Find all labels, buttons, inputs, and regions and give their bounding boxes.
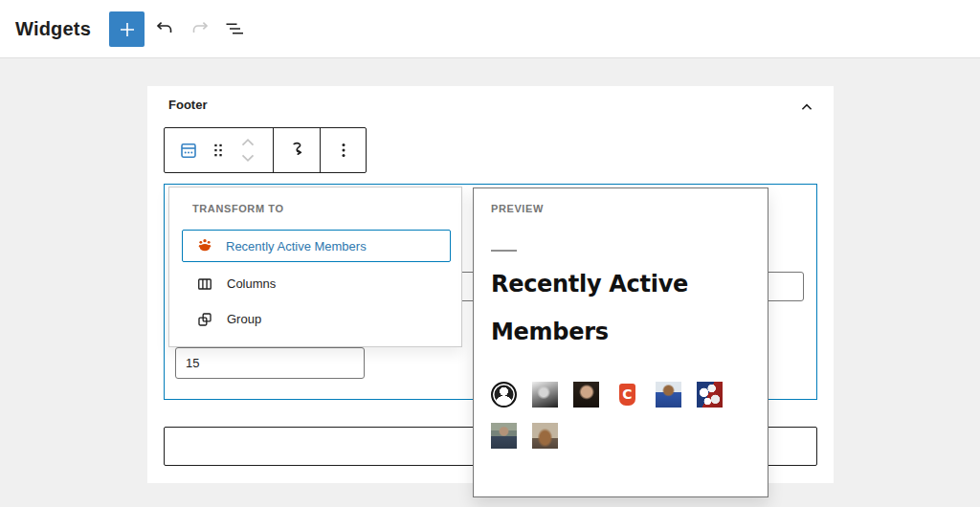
avatar-bald-man xyxy=(573,382,599,408)
transform-arrow-icon xyxy=(285,139,308,162)
menu-item-recently-active-members[interactable]: Recently Active Members xyxy=(182,230,451,262)
ellipsis-vertical-icon xyxy=(332,139,355,162)
buddypress-members-icon xyxy=(195,236,214,255)
preview-label: PREVIEW xyxy=(491,203,544,214)
preview-heading: Recently Active Members xyxy=(491,260,747,356)
add-block-button[interactable] xyxy=(109,11,145,47)
redo-button[interactable] xyxy=(185,13,215,44)
drag-handle-button[interactable] xyxy=(207,133,230,167)
plus-icon xyxy=(116,18,139,41)
avatar-white-flowers xyxy=(697,382,723,408)
options-button[interactable] xyxy=(332,133,355,167)
menu-item-columns[interactable]: Columns xyxy=(182,266,451,301)
toolbar-segment-block xyxy=(165,128,273,172)
list-view-icon xyxy=(223,17,246,40)
chevron-up-icon[interactable] xyxy=(793,94,820,121)
avatar-bearded-man xyxy=(532,423,558,449)
transform-dropdown: TRANSFORM TO Recently Active Members Col… xyxy=(168,187,462,347)
block-toolbar xyxy=(164,127,367,173)
editor-top-bar: Widgets xyxy=(0,0,980,58)
list-view-button[interactable] xyxy=(219,13,250,44)
toolbar-segment-transform xyxy=(273,128,320,172)
toolbar-segment-options xyxy=(320,128,366,172)
preview-popover: PREVIEW Recently Active Members C xyxy=(473,187,768,497)
page-title: Widgets xyxy=(15,0,91,58)
menu-item-group[interactable]: Group xyxy=(182,301,451,337)
drag-handle-icon xyxy=(207,139,230,162)
move-down-button[interactable] xyxy=(236,150,259,167)
footer-panel-header[interactable]: Footer xyxy=(147,86,834,128)
columns-icon xyxy=(195,275,214,294)
chevron-down-small-icon xyxy=(237,152,258,165)
transform-button[interactable] xyxy=(285,133,308,167)
block-type-button[interactable] xyxy=(177,133,200,167)
undo-button[interactable] xyxy=(149,13,180,44)
block-mover xyxy=(236,131,259,169)
move-up-button[interactable] xyxy=(236,133,259,150)
letter-badge: C xyxy=(619,384,635,406)
group-icon xyxy=(195,310,214,329)
redo-icon xyxy=(189,17,212,40)
transform-menu-label: TRANSFORM TO xyxy=(192,203,284,214)
menu-item-label: Group xyxy=(227,312,261,326)
avatar-grayscale-person-glasses xyxy=(532,382,558,408)
menu-item-label: Recently Active Members xyxy=(226,239,367,254)
avatar-letter-c-badge: C xyxy=(614,382,640,408)
panel-title: Footer xyxy=(168,98,207,112)
members-count-input[interactable] xyxy=(175,347,365,379)
menu-item-label: Columns xyxy=(227,276,276,291)
avatar-man-outdoors xyxy=(491,423,517,449)
undo-icon xyxy=(153,17,176,40)
preview-separator xyxy=(491,250,517,252)
chevron-up-small-icon xyxy=(237,135,258,148)
preview-avatars: C xyxy=(491,382,742,449)
avatar-person-blue-shirt xyxy=(656,382,681,408)
avatar-default-silhouette xyxy=(491,382,517,408)
calendar-icon xyxy=(177,139,200,162)
